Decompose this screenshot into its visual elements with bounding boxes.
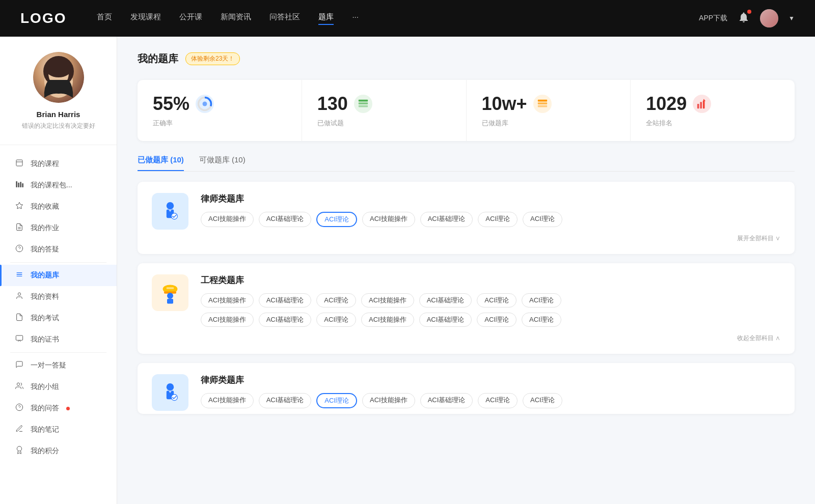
notification-badge bbox=[747, 10, 751, 14]
tag-0-5[interactable]: ACI理论 bbox=[478, 212, 518, 227]
tag-1-6[interactable]: ACI理论 bbox=[522, 293, 561, 307]
engineer-icon-wrap bbox=[152, 274, 188, 311]
svg-point-35 bbox=[167, 202, 174, 209]
done-questions-icon bbox=[354, 95, 372, 113]
tag-2-4[interactable]: ACI基础理论 bbox=[420, 393, 473, 408]
tag-1-4[interactable]: ACI基础理论 bbox=[419, 293, 472, 307]
rank-icon bbox=[693, 95, 711, 113]
svg-rect-28 bbox=[537, 100, 547, 102]
sidebar-item-qbank[interactable]: 我的题库 bbox=[0, 265, 117, 286]
sidebar-label-homework: 我的作业 bbox=[31, 223, 59, 233]
stat-banks-top: 10w+ bbox=[482, 93, 552, 115]
nav-discover[interactable]: 发现课程 bbox=[130, 12, 161, 25]
sidebar-item-exam[interactable]: 我的考试 bbox=[0, 307, 117, 329]
svg-rect-8 bbox=[20, 182, 21, 187]
sidebar-item-qa-my[interactable]: 我的答疑 bbox=[0, 239, 117, 260]
svg-rect-42 bbox=[167, 299, 173, 304]
sidebar-item-course-pkg[interactable]: 我的课程包... bbox=[0, 175, 117, 196]
nav-open-course[interactable]: 公开课 bbox=[179, 12, 202, 25]
svg-point-3 bbox=[45, 59, 72, 77]
sidebar-label-profile: 我的资料 bbox=[31, 292, 59, 301]
qbank-card-inner-3: 律师类题库 ACI技能操作 ACI基础理论 ACI理论 ACI技能操作 ACI基… bbox=[152, 374, 780, 413]
stat-rank: 1029 全站排名 bbox=[631, 80, 795, 141]
nav-home[interactable]: 首页 bbox=[97, 12, 112, 25]
tab-available-banks[interactable]: 可做题库 (10) bbox=[199, 155, 246, 171]
tag-1-r2-4[interactable]: ACI基础理论 bbox=[419, 313, 472, 327]
sidebar-item-notes[interactable]: 我的笔记 bbox=[0, 419, 117, 440]
sidebar-label-cert: 我的证书 bbox=[31, 335, 59, 344]
tag-1-1[interactable]: ACI基础理论 bbox=[259, 293, 312, 307]
qbank-card-lawyer-1: 律师类题库 ACI技能操作 ACI基础理论 ACI理论 ACI技能操作 ACI基… bbox=[138, 182, 795, 254]
tag-1-0[interactable]: ACI技能操作 bbox=[201, 293, 254, 307]
tag-1-5[interactable]: ACI理论 bbox=[477, 293, 517, 307]
tag-2-5[interactable]: ACI理论 bbox=[478, 393, 518, 408]
tag-2-3[interactable]: ACI技能操作 bbox=[362, 393, 415, 408]
stat-banks-value: 10w+ bbox=[482, 93, 527, 115]
sidebar-label-points: 我的积分 bbox=[31, 446, 59, 456]
tabs-row: 已做题库 (10) 可做题库 (10) bbox=[138, 155, 795, 172]
nav-qa[interactable]: 问答社区 bbox=[269, 12, 300, 25]
stat-accuracy: 55% 正确率 bbox=[138, 80, 302, 141]
nav-qbank[interactable]: 题库 bbox=[318, 12, 334, 25]
qbank-icon bbox=[14, 270, 24, 281]
avatar[interactable] bbox=[760, 9, 778, 27]
tags-row-lawyer-2: ACI技能操作 ACI基础理论 ACI理论 ACI技能操作 ACI基础理论 AC… bbox=[201, 393, 780, 408]
notification-bell[interactable] bbox=[738, 11, 750, 25]
sidebar-item-my-course[interactable]: 我的课程 bbox=[0, 153, 117, 175]
nav-more[interactable]: ··· bbox=[352, 12, 359, 25]
tag-1-2[interactable]: ACI理论 bbox=[316, 293, 356, 307]
stat-rank-label: 全站排名 bbox=[646, 119, 672, 128]
svg-point-13 bbox=[16, 245, 22, 251]
tag-1-r2-5[interactable]: ACI理论 bbox=[477, 313, 517, 327]
tag-1-r2-0[interactable]: ACI技能操作 bbox=[201, 313, 254, 327]
profile-name: Brian Harris bbox=[37, 110, 80, 119]
sidebar-label-course-pkg: 我的课程包... bbox=[31, 181, 72, 190]
tag-2-6[interactable]: ACI理论 bbox=[523, 393, 562, 408]
sidebar-item-profile[interactable]: 我的资料 bbox=[0, 286, 117, 307]
tab-done-banks[interactable]: 已做题库 (10) bbox=[138, 155, 184, 171]
tag-0-3[interactable]: ACI技能操作 bbox=[362, 212, 415, 227]
tag-0-4[interactable]: ACI基础理论 bbox=[420, 212, 473, 227]
sidebar-item-my-qa[interactable]: 我的问答 bbox=[0, 398, 117, 419]
sidebar-label-qa: 我的答疑 bbox=[31, 245, 59, 254]
tag-0-0[interactable]: ACI技能操作 bbox=[201, 212, 254, 227]
svg-rect-6 bbox=[16, 181, 17, 187]
sidebar-item-favorites[interactable]: 我的收藏 bbox=[0, 196, 117, 217]
collapse-btn-engineer[interactable]: 收起全部科目 ∧ bbox=[201, 332, 780, 343]
tag-2-0[interactable]: ACI技能操作 bbox=[201, 393, 254, 408]
svg-point-20 bbox=[17, 446, 21, 451]
header-right: APP下载 ▼ bbox=[699, 9, 795, 27]
qbank-content-2: 工程类题库 ACI技能操作 ACI基础理论 ACI理论 ACI技能操作 ACI基… bbox=[201, 274, 780, 343]
sidebar-item-cert[interactable]: 我的证书 bbox=[0, 329, 117, 350]
tag-0-1[interactable]: ACI基础理论 bbox=[259, 212, 312, 227]
tag-1-r2-1[interactable]: ACI基础理论 bbox=[259, 313, 312, 327]
tag-2-1[interactable]: ACI基础理论 bbox=[259, 393, 312, 408]
tag-1-r2-6[interactable]: ACI理论 bbox=[522, 313, 561, 327]
sidebar-label-notes: 我的笔记 bbox=[31, 425, 59, 434]
tags-row-engineer-2: ACI技能操作 ACI基础理论 ACI理论 ACI技能操作 ACI基础理论 AC… bbox=[201, 313, 780, 327]
svg-rect-40 bbox=[167, 287, 174, 289]
stat-banks-label: 已做题库 bbox=[482, 119, 508, 128]
main-layout: Brian Harris 错误的决定比没有决定要好 我的课程 我的课程包... bbox=[0, 37, 815, 504]
course-icon bbox=[14, 159, 24, 169]
tags-row-engineer-1: ACI技能操作 ACI基础理论 ACI理论 ACI技能操作 ACI基础理论 AC… bbox=[201, 293, 780, 307]
sidebar-item-homework[interactable]: 我的作业 bbox=[0, 217, 117, 239]
nav-news[interactable]: 新闻资讯 bbox=[221, 12, 251, 25]
avatar-image bbox=[760, 9, 778, 27]
expand-btn-lawyer-1[interactable]: 展开全部科目 ∨ bbox=[201, 232, 780, 243]
sidebar-item-group[interactable]: 我的小组 bbox=[0, 376, 117, 398]
header-dropdown-arrow[interactable]: ▼ bbox=[789, 15, 795, 22]
tag-0-2-selected[interactable]: ACI理论 bbox=[316, 212, 357, 227]
tag-1-3[interactable]: ACI技能操作 bbox=[361, 293, 414, 307]
sidebar-item-points[interactable]: 我的积分 bbox=[0, 440, 117, 462]
accuracy-icon bbox=[196, 95, 214, 113]
app-download-btn[interactable]: APP下载 bbox=[699, 14, 727, 23]
tag-1-r2-3[interactable]: ACI技能操作 bbox=[361, 313, 414, 327]
sidebar-item-tutoring[interactable]: 一对一答疑 bbox=[0, 355, 117, 376]
tag-1-r2-2[interactable]: ACI理论 bbox=[316, 313, 356, 327]
header: LOGO 首页 发现课程 公开课 新闻资讯 问答社区 题库 ··· APP下载 … bbox=[0, 0, 815, 37]
tag-2-2-selected[interactable]: ACI理论 bbox=[316, 393, 357, 408]
tag-0-6[interactable]: ACI理论 bbox=[523, 212, 562, 227]
svg-rect-26 bbox=[359, 102, 368, 104]
qbank-card-inner-2: 工程类题库 ACI技能操作 ACI基础理论 ACI理论 ACI技能操作 ACI基… bbox=[152, 274, 780, 343]
